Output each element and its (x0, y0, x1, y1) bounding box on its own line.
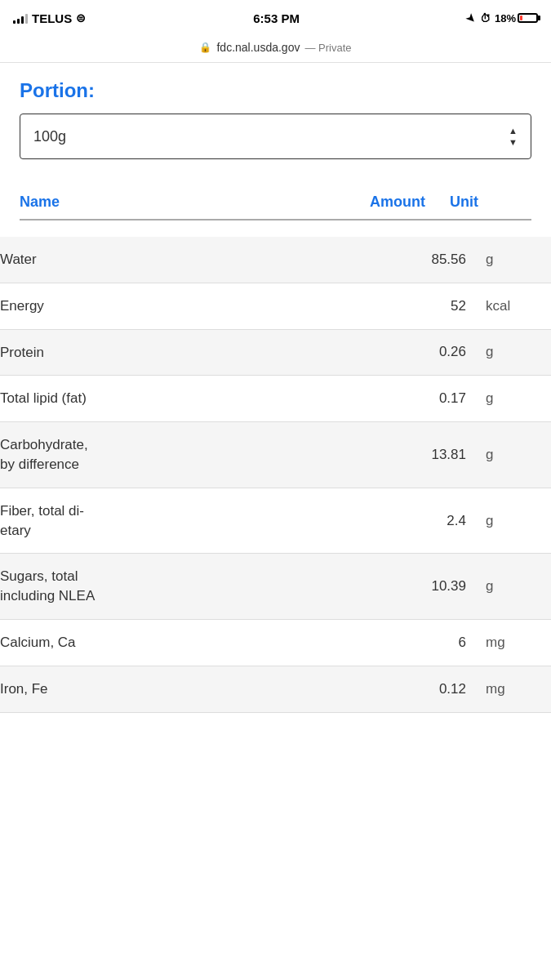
portion-value: 100g (33, 128, 66, 145)
row-name: Calcium, Ca (0, 633, 380, 653)
location-icon: ➤ (464, 11, 478, 25)
row-name: Protein (0, 343, 380, 363)
row-name: Water (0, 250, 380, 270)
row-unit: mg (486, 635, 551, 651)
row-unit: g (486, 447, 551, 463)
wifi-icon: ⊜ (76, 11, 86, 24)
carrier-name: TELUS (32, 11, 72, 25)
row-name: Sugars, total including NLEA (0, 567, 380, 606)
row-name: Total lipid (fat) (0, 389, 380, 408)
portion-select[interactable]: 100g ▲ ▼ (20, 114, 531, 159)
status-left: TELUS ⊜ (13, 11, 86, 25)
table-header: Name Amount Unit (20, 185, 531, 220)
main-content: Portion: 100g ▲ ▼ Name Amount Unit (0, 63, 551, 237)
row-unit: mg (486, 681, 551, 697)
row-name: Fiber, total di- etary (0, 501, 380, 541)
row-name: Carbohydrate, by difference (0, 435, 380, 474)
alarm-icon: ⏱ (480, 12, 491, 24)
url-text: fdc.nal.usda.gov (216, 41, 300, 54)
table-rows: Water85.56gEnergy52kcalProtein0.26gTotal… (0, 237, 551, 713)
select-arrows-icon: ▲ ▼ (509, 126, 518, 147)
row-unit: kcal (486, 298, 551, 314)
row-name: Energy (0, 296, 380, 316)
header-name: Name (20, 194, 319, 211)
battery-fill (520, 16, 522, 20)
signal-bars (13, 12, 28, 24)
table-row: Protein0.26g (0, 330, 551, 376)
row-amount: 0.26 (380, 344, 486, 360)
row-unit: g (486, 578, 551, 595)
signal-bar-2 (17, 19, 20, 24)
status-right: ➤ ⏱ 18% (467, 12, 538, 24)
battery-percentage: 18% (495, 12, 516, 24)
row-amount: 13.81 (380, 447, 486, 463)
signal-bar-4 (25, 14, 28, 24)
lock-icon: 🔒 (199, 42, 211, 53)
table-row: Calcium, Ca6mg (0, 620, 551, 666)
private-badge: — Private (304, 42, 351, 54)
signal-bar-3 (21, 16, 24, 24)
row-amount: 6 (380, 635, 486, 651)
url-bar[interactable]: 🔒 fdc.nal.usda.gov — Private (0, 36, 551, 62)
row-amount: 0.12 (380, 681, 486, 697)
status-bar: TELUS ⊜ 6:53 PM ➤ ⏱ 18% (0, 0, 551, 36)
row-unit: g (486, 344, 551, 360)
table-row: Water85.56g (0, 237, 551, 283)
table-row: Iron, Fe0.12mg (0, 666, 551, 713)
row-amount: 10.39 (380, 578, 486, 595)
header-amount: Amount (319, 194, 450, 211)
table-row: Total lipid (fat)0.17g (0, 376, 551, 422)
row-unit: g (486, 513, 551, 529)
row-amount: 2.4 (380, 513, 486, 529)
row-amount: 52 (380, 298, 486, 314)
signal-bar-1 (13, 20, 16, 24)
table-row: Fiber, total di- etary2.4g (0, 488, 551, 555)
table-row: Carbohydrate, by difference13.81g (0, 422, 551, 488)
row-unit: g (486, 252, 551, 268)
row-amount: 85.56 (380, 252, 486, 268)
portion-label: Portion: (20, 79, 531, 102)
row-amount: 0.17 (380, 390, 486, 407)
row-name: Iron, Fe (0, 679, 380, 699)
header-unit: Unit (450, 194, 531, 211)
time-display: 6:53 PM (253, 11, 300, 25)
battery-icon (518, 13, 538, 23)
table-row: Energy52kcal (0, 283, 551, 330)
battery-container: 18% (495, 12, 538, 24)
table-row: Sugars, total including NLEA10.39g (0, 554, 551, 620)
row-unit: g (486, 390, 551, 407)
